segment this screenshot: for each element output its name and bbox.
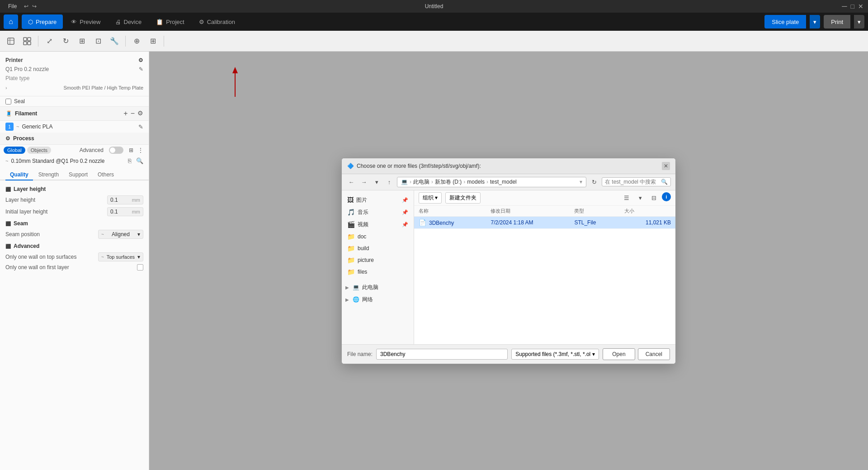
printer-edit-icon[interactable]: ✎ [139,66,143,72]
sidebar-folder-video[interactable]: 🎬 视频 📌 [342,218,414,231]
seam-position-select[interactable]: ~ Aligned ▾ [98,230,143,239]
project-label: Project [166,19,184,25]
remove-filament-icon[interactable]: − [131,109,135,118]
grid-button[interactable] [20,34,34,48]
process-row: Global Objects Advanced ⊞ ⋮ [0,145,149,156]
scale-button[interactable]: ⊞ [75,34,89,48]
seal-checkbox[interactable] [5,99,11,104]
breadcrumb-models[interactable]: models [467,179,485,185]
move-button[interactable]: ⤢ [42,34,57,48]
preview-pane-button[interactable]: ⊟ [648,192,659,203]
rotate-button[interactable]: ↻ [58,34,73,48]
orient-button[interactable]: ⊕ [129,34,144,48]
pin-icon-2[interactable]: 📌 [402,209,408,215]
dialog-refresh-button[interactable]: ↻ [589,177,599,187]
arrange-button[interactable]: ⊞ [146,34,160,48]
sidebar-folder-music[interactable]: 🎵 音乐 📌 [342,206,414,218]
profile-name[interactable]: 0.10mm Standard @Q1 Pro 0.2 nozzle [11,158,125,164]
sidebar-folder-build[interactable]: 📁 build [342,242,414,254]
tab-support[interactable]: Support [64,170,92,180]
nav-project[interactable]: 📋 Project [150,14,190,29]
open-button[interactable]: Open [603,348,635,360]
breadcrumb-current[interactable]: test_model [490,179,517,185]
svg-rect-0 [8,38,14,44]
breadcrumb-drive[interactable]: 新加卷 (D:) [435,178,462,186]
process-tab-objects[interactable]: Objects [27,147,51,154]
close-btn[interactable]: ✕ [858,3,863,10]
pin-icon-3[interactable]: 📌 [402,222,408,228]
sidebar-folder-doc[interactable]: 📁 doc [342,231,414,242]
print-button[interactable]: Print [824,15,850,28]
advanced-toggle[interactable] [109,147,123,154]
printer-settings-icon[interactable]: ⚙ [138,57,143,63]
table-row[interactable]: 📄3DBenchy 7/2/2024 1:18 AM STL_File 11,0… [414,216,675,228]
new-folder-button[interactable]: 新建文件夹 [445,192,481,204]
filament-edit-icon[interactable]: ✎ [138,123,143,130]
layer-height-input[interactable]: 0.1 mm [107,195,143,204]
add-filament-icon[interactable]: + [123,109,127,118]
profile-search-icon[interactable]: 🔍 [136,157,143,164]
filament-name[interactable]: Generic PLA [22,123,136,130]
tab-strength[interactable]: Strength [34,170,63,180]
col-size[interactable]: 大小 [620,206,675,217]
home-button[interactable]: ⌂ [4,14,18,29]
col-name[interactable]: 名称 [414,206,486,217]
seam-group[interactable]: ⬛ Seam [5,218,143,228]
calibration-icon: ⚙ [199,19,204,25]
process-menu-icon[interactable]: ⋮ [138,147,143,153]
dialog-back-button[interactable]: ← [346,177,356,187]
3d-view-button[interactable] [4,34,18,48]
tab-quality[interactable]: Quality [5,170,33,180]
profile-copy-icon[interactable]: ⎘ [128,157,132,164]
sidebar-this-pc[interactable]: ▶ 💻 此电脑 [342,281,414,294]
svg-rect-5 [24,42,27,45]
maximize-btn[interactable]: □ [851,3,854,10]
dialog-search-input[interactable] [605,179,659,185]
dialog-forward-button[interactable]: → [359,177,369,187]
view-dropdown[interactable]: ▾ [635,192,646,203]
process-tab-global[interactable]: Global [4,147,25,154]
process-actions-icon[interactable]: ⊞ [129,147,133,153]
print-dropdown[interactable]: ▾ [854,15,864,28]
place-button[interactable]: ⊡ [91,34,105,48]
organize-button[interactable]: 组织 ▾ [419,192,442,204]
process-label: Process [13,135,34,142]
layer-height-group[interactable]: ⬛ Layer height [5,183,143,194]
printer-name[interactable]: Q1 Pro 0.2 nozzle [5,66,49,72]
list-view-button[interactable]: ☰ [621,192,632,203]
one-wall-first-checkbox[interactable] [137,264,143,271]
dialog-close-button[interactable]: ✕ [662,162,670,170]
redo-icon[interactable]: ↪ [32,3,37,9]
minimize-btn[interactable]: ─ [842,2,847,10]
one-wall-top-select[interactable]: ~ Top surfaces ▾ [98,252,143,261]
nav-preview[interactable]: 👁 Preview [65,14,107,29]
support-button[interactable]: 🔧 [107,34,122,48]
col-type[interactable]: 类型 [570,206,619,217]
info-button[interactable]: i [662,192,671,201]
cancel-button[interactable]: Cancel [638,348,670,360]
dialog-up-button[interactable]: ↑ [384,177,394,187]
sidebar-folder-pictures[interactable]: 🖼 图片 📌 [342,194,414,206]
nav-calibration[interactable]: ⚙ Calibration [193,14,241,29]
slice-plate-dropdown[interactable]: ▾ [810,15,820,28]
filetype-select[interactable]: Supported files (*.3mf, *.stl, *.ol ▾ [511,349,599,360]
sidebar-network[interactable]: ▶ 🌐 网络 [342,294,414,306]
col-modified[interactable]: 修改日期 [486,206,570,217]
file-menu[interactable]: File [5,2,20,10]
sidebar-folder-files[interactable]: 📁 files [342,266,414,278]
plate-type-value[interactable]: Smooth PEI Plate / High Temp Plate [64,85,144,90]
sidebar-folder-picture[interactable]: 📁 picture [342,254,414,266]
breadcrumb-pc[interactable]: 此电脑 [413,178,429,186]
nav-device[interactable]: 🖨 Device [109,14,148,29]
build-icon: 📁 [347,245,355,252]
filename-input[interactable] [376,349,508,360]
filament-settings-icon[interactable]: ⚙ [137,109,143,118]
nav-prepare[interactable]: ⬡ Prepare [22,14,63,29]
initial-layer-height-input[interactable]: 0.1 mm [107,207,143,216]
advanced-group[interactable]: ⬛ Advanced [5,240,143,251]
slice-plate-button[interactable]: Slice plate [764,15,806,28]
undo-icon[interactable]: ↩ [24,3,28,9]
tab-others[interactable]: Others [93,170,118,180]
pin-icon[interactable]: 📌 [402,197,408,203]
dialog-dropdown-button[interactable]: ▾ [372,177,382,187]
